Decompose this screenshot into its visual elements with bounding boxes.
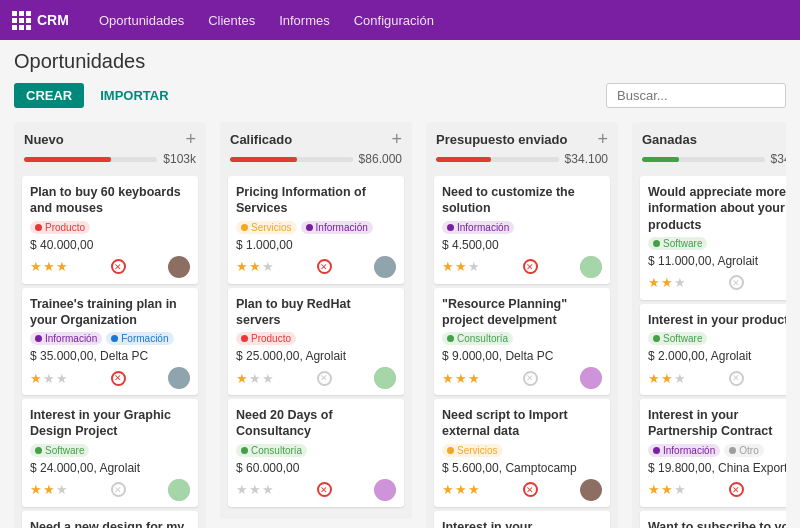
star-1: ★: [236, 259, 248, 274]
alert-icon[interactable]: ✕: [111, 482, 126, 497]
kanban-card[interactable]: Interest in your products Software $ 2.0…: [640, 304, 786, 395]
card-tag: Producto: [30, 221, 90, 234]
kanban-card[interactable]: Want to subscribe to your online solutio…: [640, 511, 786, 529]
card-title: Interest in your products: [648, 312, 786, 328]
nav-informes[interactable]: Informes: [269, 7, 340, 34]
card-amount: $ 5.600,00, Camptocamp: [442, 461, 602, 475]
card-tags: Software: [30, 444, 190, 457]
card-tag: Otro: [724, 444, 763, 457]
kanban-card[interactable]: Interest in your customizable Pcs Produc…: [434, 511, 610, 529]
kanban-card[interactable]: Pricing Information of Services Servicio…: [228, 176, 404, 284]
tag-dot: [729, 447, 736, 454]
star-1: ★: [648, 482, 660, 497]
col-bar-fill-nuevo: [24, 157, 111, 162]
kanban-col-ganadas: Ganadas + $34.800 Would appreciate more …: [632, 122, 786, 528]
col-bar-presupuesto: [436, 157, 559, 162]
card-tag: Información: [301, 221, 373, 234]
card-tag: Servicios: [442, 444, 503, 457]
kanban-card[interactable]: Need script to Import external data Serv…: [434, 399, 610, 507]
alert-icon[interactable]: ✕: [317, 371, 332, 386]
kanban-board: Nuevo + $103k Plan to buy 60 keyboards a…: [14, 122, 786, 528]
kanban-card[interactable]: Plan to buy RedHat servers Producto $ 25…: [228, 288, 404, 396]
create-button[interactable]: CREAR: [14, 83, 84, 108]
kanban-card[interactable]: Would appreciate more information about …: [640, 176, 786, 300]
card-tag: Información: [30, 332, 102, 345]
col-add-calificado[interactable]: +: [391, 130, 402, 148]
topnav: CRM Oportunidades Clientes Informes Conf…: [0, 0, 800, 40]
card-amount: $ 25.000,00, Agrolait: [236, 349, 396, 363]
import-button[interactable]: IMPORTAR: [92, 83, 176, 108]
avatar: [168, 367, 190, 389]
card-tags: Información Otro: [648, 444, 786, 457]
star-1: ★: [30, 259, 42, 274]
card-title: Interest in your customizable Pcs: [442, 519, 602, 529]
avatar: [168, 479, 190, 501]
star-3: ★: [56, 259, 68, 274]
kanban-col-nuevo: Nuevo + $103k Plan to buy 60 keyboards a…: [14, 122, 206, 528]
star-2: ★: [249, 371, 261, 386]
card-amount: $ 24.000,00, Agrolait: [30, 461, 190, 475]
alert-icon[interactable]: ✕: [111, 259, 126, 274]
card-tags: Producto: [236, 332, 396, 345]
alert-icon[interactable]: ✕: [523, 259, 538, 274]
alert-icon[interactable]: ✕: [317, 482, 332, 497]
kanban-card[interactable]: Trainee's training plan in your Organiza…: [22, 288, 198, 396]
star-1: ★: [648, 275, 660, 290]
col-title-presupuesto: Presupuesto enviado: [436, 132, 567, 147]
alert-icon[interactable]: ✕: [111, 371, 126, 386]
star-3: ★: [56, 482, 68, 497]
card-tag: Producto: [236, 332, 296, 345]
kanban-card[interactable]: Interest in your Partnership Contract In…: [640, 399, 786, 507]
alert-icon[interactable]: ✕: [729, 371, 744, 386]
nav-oportunidades[interactable]: Oportunidades: [89, 7, 194, 34]
tag-dot: [241, 447, 248, 454]
star-2: ★: [249, 259, 261, 274]
col-bar-calificado: [230, 157, 353, 162]
card-tags: Consultoría: [236, 444, 396, 457]
app-logo[interactable]: CRM: [12, 11, 69, 30]
star-2: ★: [661, 275, 673, 290]
alert-icon[interactable]: ✕: [729, 275, 744, 290]
alert-icon[interactable]: ✕: [317, 259, 332, 274]
card-tags: Producto: [30, 221, 190, 234]
card-tag: Software: [648, 237, 707, 250]
star-rating: ★★★: [442, 259, 480, 274]
kanban-card[interactable]: Need to customize the solution Informaci…: [434, 176, 610, 284]
kanban-card[interactable]: Need 20 Days of Consultancy Consultoría …: [228, 399, 404, 507]
nav-clientes[interactable]: Clientes: [198, 7, 265, 34]
tag-dot: [653, 240, 660, 247]
search-input[interactable]: [606, 83, 786, 108]
star-2: ★: [43, 371, 55, 386]
card-footer: ★★★ ✕: [236, 367, 396, 389]
kanban-card[interactable]: "Resource Planning" project develpment C…: [434, 288, 610, 396]
card-tags: Servicios Información: [236, 221, 396, 234]
kanban-card[interactable]: Interest in your Graphic Design Project …: [22, 399, 198, 507]
alert-icon[interactable]: ✕: [729, 482, 744, 497]
star-3: ★: [468, 371, 480, 386]
star-rating: ★★★: [648, 482, 686, 497]
card-title: Pricing Information of Services: [236, 184, 396, 217]
card-tags: Servicios: [442, 444, 602, 457]
star-2: ★: [661, 371, 673, 386]
alert-icon[interactable]: ✕: [523, 371, 538, 386]
grid-icon: [12, 11, 31, 30]
card-tags: Consultoría: [442, 332, 602, 345]
card-amount: $ 11.000,00, Agrolait: [648, 254, 786, 268]
alert-icon[interactable]: ✕: [523, 482, 538, 497]
col-add-nuevo[interactable]: +: [185, 130, 196, 148]
avatar: [374, 256, 396, 278]
star-1: ★: [442, 371, 454, 386]
col-add-presupuesto[interactable]: +: [597, 130, 608, 148]
card-tags: Información: [442, 221, 602, 234]
star-rating: ★★★: [442, 482, 480, 497]
star-rating: ★★★: [648, 275, 686, 290]
col-bar-row-calificado: $86.000: [220, 152, 412, 172]
kanban-card[interactable]: Need a new design for my website Diseño …: [22, 511, 198, 529]
kanban-card[interactable]: Plan to buy 60 keyboards and mouses Prod…: [22, 176, 198, 284]
star-rating: ★★★: [442, 371, 480, 386]
star-rating: ★★★: [30, 371, 68, 386]
tag-dot: [653, 447, 660, 454]
card-amount: $ 4.500,00: [442, 238, 602, 252]
card-tags: Software: [648, 332, 786, 345]
nav-configuracion[interactable]: Configuración: [344, 7, 444, 34]
